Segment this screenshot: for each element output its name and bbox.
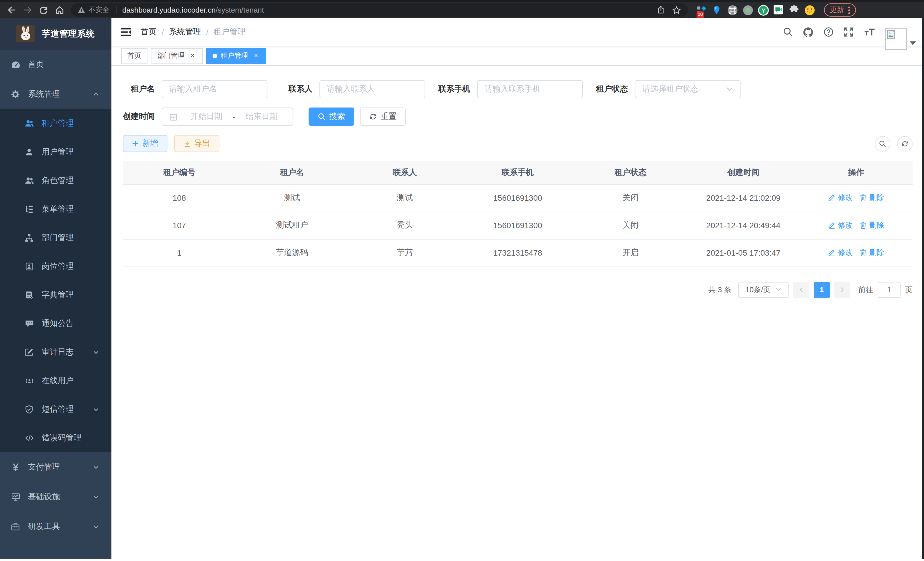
sidebar-item-devtools[interactable]: 研发工具 [0, 512, 111, 541]
tenant-name-input[interactable]: 请输入租户名 [162, 80, 267, 98]
sidebar-item-home[interactable]: 首页 [0, 50, 111, 80]
breadcrumb-separator: / [162, 27, 164, 37]
calendar-icon [169, 112, 178, 121]
date-range-input[interactable]: 开始日期 - 结束日期 [162, 108, 293, 126]
sidebar-item-dept[interactable]: 部门管理 [0, 224, 111, 252]
chevron-down-icon [93, 349, 99, 356]
date-end-placeholder[interactable]: 结束日期 [238, 111, 286, 122]
post-icon [25, 262, 34, 271]
browser-forward-icon[interactable] [21, 3, 34, 17]
close-icon[interactable]: × [252, 52, 260, 60]
github-icon[interactable] [803, 27, 814, 38]
extension-badge: 10 [697, 11, 704, 18]
goto-label: 前往 [858, 284, 873, 295]
sidebar-item-label: 研发工具 [28, 522, 60, 532]
cell-name: 芋道源码 [236, 239, 349, 266]
tags-view: 首页部门管理×租户管理× [111, 46, 924, 66]
delete-link[interactable]: 删除 [860, 248, 884, 258]
tab-部门管理[interactable]: 部门管理× [151, 48, 203, 64]
tenant-status-select[interactable]: 请选择租户状态 [635, 80, 741, 98]
search-button[interactable]: 搜索 [309, 108, 354, 126]
add-button[interactable]: 新增 [123, 135, 167, 152]
column-header: 租户状态 [574, 161, 687, 184]
show-search-toggle-icon[interactable] [875, 136, 890, 151]
cell-operations: 修改删除 [800, 239, 913, 266]
extension-puzzle[interactable] [789, 4, 800, 16]
prev-page-button[interactable] [793, 282, 809, 298]
extension-emoji[interactable] [804, 4, 815, 16]
sidebar-item-infra[interactable]: 基础设施 [0, 482, 111, 512]
cell-mobile: 15601691300 [461, 212, 574, 239]
hamburger-icon[interactable] [111, 26, 141, 38]
page-size-select[interactable]: 10条/页 [738, 282, 789, 298]
extension-y-green[interactable]: Y [758, 4, 769, 16]
sidebar-item-notice[interactable]: 通知公告 [0, 309, 111, 338]
goto-page-input[interactable]: 1 [878, 282, 901, 298]
font-size-icon[interactable] [863, 27, 876, 37]
avatar-broken-image-icon [885, 28, 907, 50]
address-bar[interactable]: 不安全 dashboard.yudao.iocoder.cn/system/te… [71, 3, 688, 17]
cell-mobile: 17321315478 [461, 239, 574, 266]
help-icon[interactable] [824, 27, 834, 37]
sidebar-item-online-user[interactable]: 在线用户 [0, 367, 111, 395]
delete-link[interactable]: 删除 [860, 220, 884, 230]
refresh-table-icon[interactable] [897, 136, 913, 151]
extension-recorder[interactable] [742, 4, 754, 16]
app-logo[interactable]: 芋道管理系统 [0, 18, 111, 50]
browser-menu-dots-icon[interactable] [848, 6, 850, 14]
sidebar-item-pay[interactable]: 支付管理 [0, 452, 111, 482]
close-icon[interactable]: × [189, 52, 196, 60]
sidebar-item-audit-log[interactable]: 审计日志 [0, 338, 111, 367]
tab-租户管理[interactable]: 租户管理× [206, 48, 266, 64]
browser-update-button[interactable]: 更新 [824, 3, 856, 17]
reset-button[interactable]: 重置 [360, 108, 406, 126]
browser-reload-icon[interactable] [37, 3, 50, 17]
yen-icon [11, 463, 20, 472]
browser-back-icon[interactable] [4, 3, 18, 17]
main-area: 首页 / 系统管理 / 租户管理 [111, 18, 924, 559]
date-start-placeholder[interactable]: 开始日期 [182, 111, 230, 122]
edit-link[interactable]: 修改 [828, 193, 853, 203]
edit-link[interactable]: 修改 [828, 220, 853, 230]
sidebar-item-error-code[interactable]: 错误码管理 [0, 424, 111, 452]
sidebar-item-role[interactable]: 角色管理 [0, 166, 111, 195]
next-page-button[interactable] [834, 282, 850, 298]
breadcrumb-current: 租户管理 [214, 27, 246, 37]
column-header: 联系手机 [461, 161, 574, 184]
tab-首页[interactable]: 首页 [121, 48, 147, 64]
sidebar-item-user[interactable]: 用户管理 [0, 138, 111, 166]
star-icon[interactable] [672, 5, 681, 15]
browser-scrollbar[interactable] [922, 18, 924, 559]
contact-name-input[interactable]: 请输入联系人 [320, 80, 425, 98]
sidebar-item-dict[interactable]: 字典管理 [0, 281, 111, 309]
breadcrumb-home[interactable]: 首页 [141, 27, 157, 37]
url-path[interactable]: /system/tenant [216, 6, 264, 14]
browser-home-icon[interactable] [52, 3, 66, 17]
sidebar-item-system[interactable]: 系统管理 [0, 80, 111, 109]
header-search-icon[interactable] [783, 27, 793, 37]
sidebar-item-sms[interactable]: 短信管理 [0, 395, 111, 424]
edit-link[interactable]: 修改 [828, 248, 853, 258]
extension-blue-pin[interactable] [711, 4, 723, 16]
sidebar-item-post[interactable]: 岗位管理 [0, 252, 111, 281]
sidebar-item-menu[interactable]: 菜单管理 [0, 195, 111, 224]
extension-command[interactable] [727, 4, 738, 16]
online-icon [25, 376, 34, 385]
security-label[interactable]: 不安全 [88, 5, 109, 15]
contact-mobile-input[interactable]: 请输入联系手机 [477, 80, 583, 98]
extension-blocks-diamond[interactable]: 10 [696, 4, 707, 16]
chevron-down-icon [775, 288, 782, 292]
user-avatar[interactable] [885, 28, 916, 50]
plus-icon [132, 140, 139, 147]
fullscreen-icon[interactable] [843, 27, 854, 37]
share-icon[interactable] [657, 6, 665, 14]
export-button[interactable]: 导出 [174, 135, 219, 152]
filter-field-tenant-status: 租户状态请选择租户状态 [596, 80, 741, 98]
sidebar-item-tenant[interactable]: 租户管理 [0, 109, 111, 138]
extension-chat-green[interactable] [773, 4, 784, 16]
breadcrumb-system[interactable]: 系统管理 [169, 27, 201, 37]
page-number-button[interactable]: 1 [814, 282, 830, 298]
url-host[interactable]: dashboard.yudao.iocoder.cn [122, 6, 216, 14]
delete-link[interactable]: 删除 [860, 193, 884, 203]
tag-label: 首页 [128, 51, 141, 61]
